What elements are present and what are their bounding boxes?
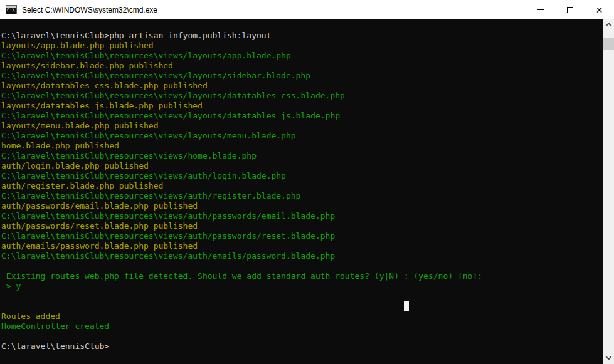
- terminal-line: home.blade.php published: [1, 141, 603, 151]
- cmd-app-icon: C:\: [6, 5, 17, 14]
- window-controls: ✕: [526, 0, 614, 19]
- terminal-line: C:\laravel\tennisClub\resources\views/la…: [1, 111, 603, 121]
- terminal-line: C:\laravel\tennisClub>php artisan infyom…: [1, 31, 603, 41]
- terminal-line: C:\laravel\tennisClub\resources\views/la…: [1, 91, 603, 101]
- terminal-line: C:\laravel\tennisClub\resources\views/la…: [1, 51, 603, 61]
- cmd-window: C:\ Select C:\WINDOWS\system32\cmd.exe ✕…: [0, 0, 614, 364]
- terminal-line: auth/emails/password.blade.php published: [1, 241, 603, 251]
- scrollbar-down-button[interactable]: [603, 353, 614, 364]
- terminal-line: C:\laravel\tennisClub\resources\views/au…: [1, 191, 603, 201]
- terminal-line: Routes added: [1, 311, 603, 321]
- terminal-line: Existing routes web.php file detected. S…: [1, 271, 603, 281]
- terminal-line: layouts/menu.blade.php published: [1, 121, 603, 131]
- terminal-line: C:\laravel\tennisClub\resources\views/ho…: [1, 151, 603, 161]
- terminal-line: [1, 261, 603, 271]
- terminal-line: C:\laravel\tennisClub\resources\views/au…: [1, 211, 603, 221]
- terminal-line: auth/register.blade.php published: [1, 181, 603, 191]
- chevron-up-icon: [606, 23, 612, 29]
- terminal-line: > y: [1, 281, 603, 291]
- scrollbar-thumb[interactable]: [603, 38, 614, 50]
- terminal-screen[interactable]: C:\laravel\tennisClub>php artisan infyom…: [0, 19, 603, 364]
- terminal-line: auth/login.blade.php published: [1, 161, 603, 171]
- minimize-button[interactable]: [526, 0, 555, 19]
- terminal-line: auth/passwords/reset.blade.php published: [1, 221, 603, 231]
- chevron-down-icon: [606, 354, 612, 360]
- maximize-button[interactable]: [555, 0, 585, 19]
- terminal-line: HomeController created: [1, 321, 603, 331]
- terminal-line: C:\laravel\tennisClub\resources\views/la…: [1, 131, 603, 141]
- terminal-line: layouts/datatables_css.blade.php publish…: [1, 81, 603, 91]
- text-cursor-block: [404, 301, 409, 311]
- vertical-scrollbar[interactable]: [603, 19, 614, 364]
- terminal-line: C:\laravel\tennisClub\resources\views/au…: [1, 251, 603, 261]
- terminal-line: C:\laravel\tennisClub\resources\views/la…: [1, 71, 603, 81]
- terminal-line: C:\laravel\tennisClub>: [1, 341, 603, 351]
- terminal-output: C:\laravel\tennisClub>php artisan infyom…: [1, 31, 603, 351]
- close-button[interactable]: ✕: [585, 0, 614, 19]
- titlebar: C:\ Select C:\WINDOWS\system32\cmd.exe ✕: [0, 0, 614, 19]
- terminal-line: [1, 291, 603, 301]
- terminal-line: layouts/sidebar.blade.php published: [1, 61, 603, 71]
- terminal-line: [1, 301, 603, 311]
- window-title: Select C:\WINDOWS\system32\cmd.exe: [22, 6, 157, 14]
- terminal-line: [1, 331, 603, 341]
- terminal-line: C:\laravel\tennisClub\resources\views/au…: [1, 231, 603, 241]
- terminal-line: C:\laravel\tennisClub\resources\views/au…: [1, 171, 603, 181]
- terminal-line: layouts/app.blade.php published: [1, 41, 603, 51]
- terminal-line: layouts/datatables_js.blade.php publishe…: [1, 101, 603, 111]
- minimize-icon: [537, 9, 544, 10]
- close-icon: ✕: [596, 6, 603, 14]
- terminal-line: auth/passwords/email.blade.php published: [1, 201, 603, 211]
- scrollbar-up-button[interactable]: [603, 19, 614, 30]
- cmd-icon-label: C:\: [7, 8, 15, 13]
- maximize-icon: [567, 7, 573, 13]
